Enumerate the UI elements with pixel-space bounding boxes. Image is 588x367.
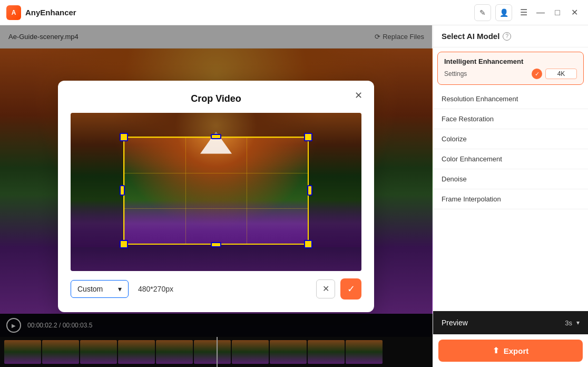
cancel-icon: ✕: [322, 284, 329, 294]
aspect-ratio-select[interactable]: Custom ▾: [71, 280, 129, 298]
crop-shadow-right: [309, 137, 361, 245]
preview-label: Preview: [442, 318, 561, 327]
edit-icon: ✎: [479, 8, 486, 17]
crop-handle-bottom-mid[interactable]: [211, 242, 221, 247]
model-item-color-enhancement[interactable]: Color Enhancement: [433, 149, 588, 169]
export-button[interactable]: ⬆ Export: [438, 340, 583, 362]
modal-close-button[interactable]: ✕: [351, 88, 366, 103]
model-item-face-restoration[interactable]: Face Restoration: [433, 109, 588, 129]
select-chevron-icon: ▾: [118, 285, 122, 293]
crop-shadow-top: [71, 113, 361, 137]
settings-value-row: ✓ 4K: [532, 69, 577, 79]
edit-button[interactable]: ✎: [474, 4, 491, 21]
check-icon: ✓: [532, 69, 542, 79]
logo-text: A: [12, 9, 16, 16]
model-list: Resolution Enhancement Face Restoration …: [433, 89, 588, 311]
user-icon: 👤: [499, 8, 508, 17]
close-button[interactable]: ✕: [567, 5, 582, 20]
settings-row: Settings ✓ 4K: [444, 69, 577, 79]
settings-label: Settings: [444, 70, 467, 78]
export-icon: ⬆: [493, 346, 499, 355]
crop-handle-top-mid[interactable]: [211, 134, 221, 139]
crop-handle-bottom-left[interactable]: [120, 240, 128, 248]
menu-icon: ☰: [520, 7, 527, 17]
window-controls: ☰ — □ ✕: [516, 5, 582, 20]
maximize-button[interactable]: □: [550, 5, 565, 20]
model-item-resolution-enhancement[interactable]: Resolution Enhancement: [433, 89, 588, 109]
modal-bottom-controls: Custom ▾ 480*270px ✕ ✓: [71, 278, 361, 300]
user-button[interactable]: 👤: [495, 4, 512, 21]
crop-handle-top-left[interactable]: [120, 133, 128, 141]
crop-canvas[interactable]: [71, 113, 361, 271]
crop-shadow-left: [71, 137, 123, 245]
model-item-frame-interpolation[interactable]: Frame Interpolation: [433, 189, 588, 209]
crop-handle-mid-right[interactable]: [307, 185, 312, 196]
crop-handle-bottom-right[interactable]: [304, 240, 312, 248]
close-icon: ✕: [355, 90, 362, 101]
model-item-denoise[interactable]: Denoise: [433, 169, 588, 189]
preview-bar[interactable]: Preview 3s ▾: [433, 311, 588, 334]
info-icon[interactable]: ?: [503, 32, 511, 41]
minimize-icon: —: [536, 8, 545, 17]
chevron-down-icon: ▾: [576, 319, 580, 326]
modal-overlay: Crop Video ✕: [0, 25, 432, 367]
minimize-button[interactable]: —: [533, 5, 548, 20]
crop-grid: [124, 138, 308, 244]
panel-title: Select AI Model: [442, 32, 499, 41]
crop-shadow-bottom: [71, 245, 361, 271]
crop-selection[interactable]: [123, 137, 309, 245]
active-model-card: Intelligent Enhancement Settings ✓ 4K: [437, 52, 584, 85]
crop-video-modal: Crop Video ✕: [58, 81, 374, 312]
crop-handle-top-right[interactable]: [304, 133, 312, 141]
menu-button[interactable]: ☰: [516, 5, 531, 20]
selected-aspect-label: Custom: [77, 285, 103, 293]
right-panel: Select AI Model ? Intelligent Enhancemen…: [433, 25, 588, 367]
titlebar: A AnyEnhancer ✎ 👤 ☰ — □ ✕: [0, 0, 588, 25]
confirm-icon: ✓: [347, 283, 355, 295]
active-model-name: Intelligent Enhancement: [444, 57, 577, 65]
maximize-icon: □: [555, 8, 560, 17]
close-icon: ✕: [571, 7, 578, 17]
modal-title: Crop Video: [71, 93, 361, 104]
crop-confirm-button[interactable]: ✓: [340, 278, 361, 300]
model-item-colorize[interactable]: Colorize: [433, 129, 588, 149]
titlebar-controls: ✎ 👤: [474, 4, 512, 21]
crop-handle-mid-left[interactable]: [120, 185, 125, 196]
app-name: AnyEnhancer: [25, 8, 474, 17]
crop-cancel-button[interactable]: ✕: [316, 279, 335, 298]
preview-time: 3s: [565, 319, 572, 327]
panel-header: Select AI Model ?: [433, 25, 588, 47]
app-logo: A: [6, 5, 21, 20]
crop-dimensions: 480*270px: [134, 285, 311, 293]
settings-value-input[interactable]: 4K: [545, 69, 577, 79]
bottom-panel: Preview 3s ▾ ⬆ Export: [433, 311, 588, 367]
export-label: Export: [504, 346, 529, 355]
